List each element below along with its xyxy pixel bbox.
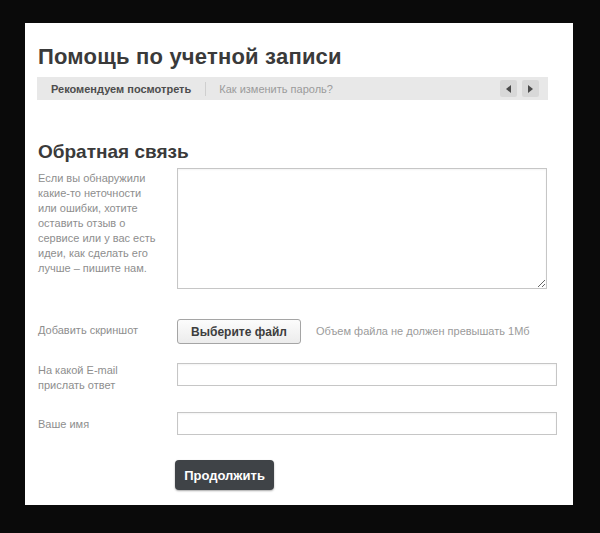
- feedback-description: Если вы обнаружили какие-то неточности и…: [38, 171, 178, 276]
- arrow-left-icon: [506, 85, 511, 93]
- screenshot-label: Добавить скриншот: [38, 323, 138, 338]
- section-heading: Обратная связь: [38, 141, 189, 163]
- description-line: сервисе или у вас есть: [38, 231, 178, 246]
- name-label: Ваше имя: [38, 417, 89, 432]
- prev-button[interactable]: [500, 80, 517, 97]
- carousel-pager: [500, 80, 548, 97]
- feedback-message-textarea[interactable]: [177, 168, 547, 289]
- description-line: или ошибки, хотите: [38, 201, 178, 216]
- submit-button[interactable]: Продолжить: [175, 460, 274, 490]
- description-line: какие-то неточности: [38, 186, 178, 201]
- arrow-right-icon: [528, 85, 533, 93]
- email-label: На какой E-mail прислать ответ: [38, 363, 118, 393]
- description-line: лучше – пишите нам.: [38, 261, 178, 276]
- page-title: Помощь по учетной записи: [38, 44, 342, 70]
- page-card: Помощь по учетной записи Рекомендуем пос…: [25, 23, 573, 505]
- carousel-item-link[interactable]: Как изменить пароль?: [206, 83, 346, 95]
- choose-file-button[interactable]: Выберите файл: [177, 319, 301, 344]
- description-line: оставить отзыв о: [38, 216, 178, 231]
- email-label-line: На какой E-mail: [38, 363, 118, 378]
- next-button[interactable]: [522, 80, 539, 97]
- description-line: идеи, как сделать его: [38, 246, 178, 261]
- carousel-heading: Рекомендуем посмотреть: [37, 83, 205, 95]
- name-field[interactable]: [177, 412, 557, 435]
- recommendation-carousel: Рекомендуем посмотреть Как изменить паро…: [37, 77, 548, 100]
- file-size-hint: Объем файла не должен превышать 1Мб: [316, 325, 530, 337]
- window-frame: Помощь по учетной записи Рекомендуем пос…: [0, 0, 600, 533]
- email-field[interactable]: [177, 363, 557, 386]
- description-line: Если вы обнаружили: [38, 171, 178, 186]
- email-label-line: прислать ответ: [38, 378, 118, 393]
